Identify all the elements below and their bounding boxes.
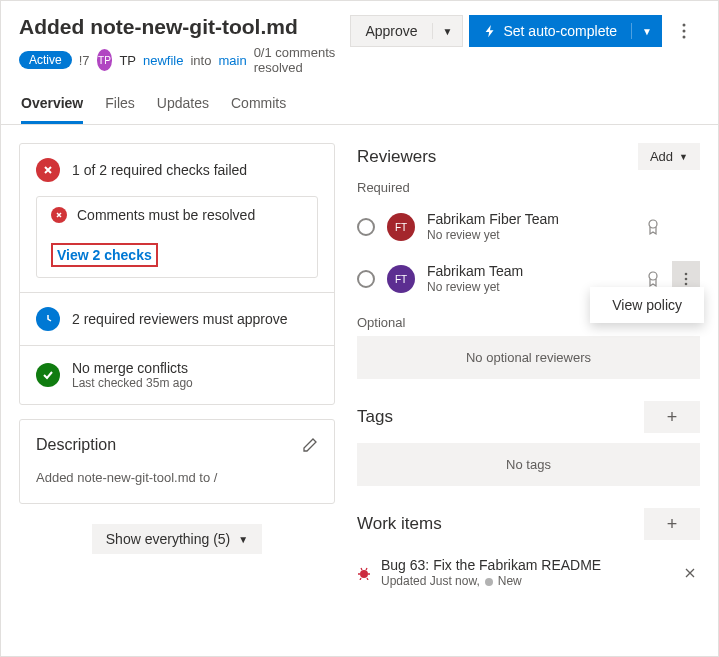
pr-id: !7 [79, 53, 90, 68]
workitem-updated: Updated Just now, [381, 574, 480, 590]
tab-commits[interactable]: Commits [231, 85, 286, 124]
reviewers-required-text: 2 required reviewers must approve [72, 311, 288, 327]
description-body: Added note-new-git-tool.md to / [20, 470, 334, 503]
ribbon-icon [646, 270, 660, 288]
workitem-title[interactable]: Bug 63: Fix the Fabrikam README [381, 556, 670, 574]
tab-files[interactable]: Files [105, 85, 135, 124]
required-label: Required [357, 180, 700, 195]
chevron-down-icon: ▼ [238, 534, 248, 545]
page-title: Added note-new-git-tool.md [19, 15, 350, 39]
into-text: into [190, 53, 211, 68]
bug-icon [357, 566, 371, 580]
svg-point-6 [685, 278, 688, 281]
comment-check-text: Comments must be resolved [77, 207, 255, 223]
add-label: Add [650, 149, 673, 164]
remove-workitem-button[interactable] [680, 563, 700, 583]
more-vertical-icon [682, 23, 686, 39]
ribbon-icon [646, 218, 660, 236]
plus-icon: + [667, 514, 678, 535]
plus-icon: + [667, 407, 678, 428]
svg-point-8 [360, 570, 368, 578]
no-conflicts-text: No merge conflicts [72, 360, 193, 376]
avatar: FT [387, 265, 415, 293]
workitems-heading: Work items [357, 514, 442, 534]
chevron-down-icon: ▼ [679, 152, 688, 162]
target-branch-link[interactable]: main [218, 53, 246, 68]
reviewer-status-icon [357, 218, 375, 236]
state-dot-icon [485, 578, 493, 586]
source-branch-link[interactable]: newfile [143, 53, 183, 68]
avatar: TP [97, 49, 113, 71]
checks-summary: 1 of 2 required checks failed [72, 162, 247, 178]
show-everything-button[interactable]: Show everything (5) ▼ [92, 524, 262, 554]
check-icon [36, 363, 60, 387]
reviewers-heading: Reviewers [357, 147, 436, 167]
svg-point-7 [685, 283, 688, 286]
no-tags: No tags [357, 443, 700, 486]
no-optional-reviewers: No optional reviewers [357, 336, 700, 379]
comments-resolved: 0/1 comments resolved [254, 45, 351, 75]
svg-point-1 [683, 30, 686, 33]
tags-heading: Tags [357, 407, 393, 427]
view-checks-link[interactable]: View 2 checks [57, 247, 152, 263]
reviewer-name[interactable]: Fabrikam Team [427, 262, 634, 280]
autocomplete-label: Set auto-complete [503, 23, 617, 39]
reviewer-row: FT Fabrikam Team No review yet View poli… [357, 253, 700, 305]
reviewer-status: No review yet [427, 228, 634, 244]
fail-icon [36, 158, 60, 182]
edit-button[interactable] [302, 437, 318, 453]
reviewer-status-icon [357, 270, 375, 288]
reviewer-name[interactable]: Fabrikam Fiber Team [427, 210, 634, 228]
approve-label: Approve [351, 23, 432, 39]
chevron-down-icon[interactable]: ▼ [632, 26, 662, 37]
pencil-icon [302, 437, 318, 453]
svg-point-2 [683, 36, 686, 39]
approve-button[interactable]: Approve ▼ [350, 15, 463, 47]
fail-icon [51, 207, 67, 223]
clock-icon [36, 307, 60, 331]
show-label: Show everything (5) [106, 531, 231, 547]
status-badge: Active [19, 51, 72, 69]
more-actions-button[interactable] [668, 15, 700, 47]
more-vertical-icon [684, 272, 688, 286]
set-autocomplete-button[interactable]: Set auto-complete ▼ [469, 15, 662, 47]
workitem-row: Bug 63: Fix the Fabrikam README Updated … [357, 550, 700, 596]
view-policy-menu-item[interactable]: View policy [590, 287, 704, 323]
close-icon [684, 567, 696, 579]
avatar: FT [387, 213, 415, 241]
svg-point-0 [683, 24, 686, 27]
lightning-icon [483, 24, 497, 38]
last-checked-text: Last checked 35m ago [72, 376, 193, 390]
workitem-state: New [498, 574, 522, 590]
author-short: TP [119, 53, 136, 68]
description-heading: Description [36, 436, 116, 454]
tab-overview[interactable]: Overview [21, 85, 83, 124]
svg-point-4 [649, 272, 657, 280]
tab-updates[interactable]: Updates [157, 85, 209, 124]
svg-point-5 [685, 273, 688, 276]
add-workitem-button[interactable]: + [644, 508, 700, 540]
svg-point-3 [649, 220, 657, 228]
reviewer-row: FT Fabrikam Fiber Team No review yet [357, 201, 700, 253]
add-reviewer-button[interactable]: Add ▼ [638, 143, 700, 170]
chevron-down-icon[interactable]: ▼ [433, 26, 463, 37]
add-tag-button[interactable]: + [644, 401, 700, 433]
